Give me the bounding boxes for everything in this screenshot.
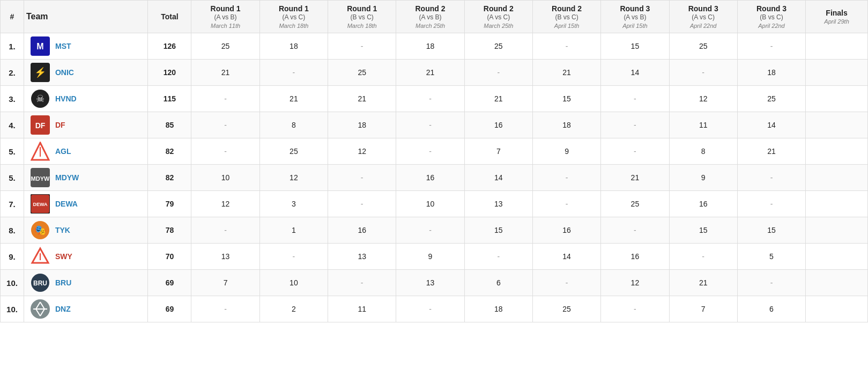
- score-round-7: -: [601, 138, 669, 165]
- team-cell: M MST: [24, 33, 147, 60]
- finals-score: [806, 60, 868, 86]
- team-cell: SWY: [24, 244, 147, 270]
- col-header-rank: #: [1, 1, 24, 33]
- score-round-3: -: [328, 191, 396, 217]
- score-round-1: -: [191, 296, 259, 322]
- score-round-6: 16: [532, 217, 600, 244]
- score-round-4: -: [396, 138, 464, 165]
- standings-table-wrapper: #TeamTotalRound 1 (A vs B) March 11thRou…: [0, 0, 868, 322]
- score-round-8: -: [669, 244, 737, 270]
- score-round-1: 12: [191, 191, 259, 217]
- team-name: MST: [55, 42, 71, 50]
- total-score: 69: [148, 270, 191, 296]
- rank-cell: 10.: [1, 270, 24, 296]
- score-round-6: -: [532, 33, 600, 60]
- finals-score: [806, 86, 868, 112]
- rank-cell: 1.: [1, 33, 24, 60]
- score-round-2: 21: [259, 86, 328, 112]
- total-score: 82: [148, 138, 191, 165]
- svg-text:DEWA: DEWA: [33, 202, 48, 207]
- total-score: 126: [148, 33, 191, 60]
- total-score: 82: [148, 165, 191, 191]
- rank-cell: 5.: [1, 138, 24, 165]
- col-header-finals: Finals April 29th: [806, 1, 868, 33]
- score-round-1: -: [191, 86, 259, 112]
- team-logo: [31, 142, 50, 161]
- table-row: 5. AGL 82-2512-79-821: [1, 138, 868, 165]
- col-header-round-7: Round 3 (A vs B) April 15th: [601, 1, 669, 33]
- score-round-1: 21: [191, 60, 259, 86]
- score-round-4: -: [396, 296, 464, 322]
- score-round-8: 12: [669, 86, 737, 112]
- team-cell: ☠ HVND: [24, 86, 147, 112]
- team-name: TYK: [55, 226, 70, 234]
- team-logo: ⚡: [31, 63, 50, 82]
- score-round-2: -: [259, 244, 328, 270]
- score-round-9: -: [737, 33, 805, 60]
- score-round-7: -: [601, 86, 669, 112]
- team-logo: BRU: [31, 273, 50, 292]
- rank-cell: 2.: [1, 60, 24, 86]
- score-round-7: 15: [601, 33, 669, 60]
- rank-cell: 10.: [1, 296, 24, 322]
- table-row: 2. ⚡ ONIC 12021-2521-2114-18: [1, 60, 868, 86]
- finals-score: [806, 217, 868, 244]
- score-round-7: 21: [601, 165, 669, 191]
- score-round-3: -: [328, 33, 396, 60]
- team-cell: ⚡ ONIC: [24, 60, 147, 86]
- team-logo: M: [31, 36, 50, 56]
- score-round-7: 14: [601, 60, 669, 86]
- total-score: 85: [148, 112, 191, 138]
- total-score: 69: [148, 296, 191, 322]
- team-name: DF: [55, 121, 65, 129]
- col-header-round-9: Round 3 (B vs C) April 22nd: [737, 1, 805, 33]
- col-header-team: Team: [24, 1, 147, 33]
- score-round-1: 25: [191, 33, 259, 60]
- score-round-2: 18: [259, 33, 328, 60]
- score-round-7: -: [601, 296, 669, 322]
- table-row: 7. DEWA DEWA 79123-1013-2516-: [1, 191, 868, 217]
- score-round-6: 25: [532, 296, 600, 322]
- score-round-5: 6: [464, 270, 532, 296]
- score-round-5: 25: [464, 33, 532, 60]
- team-name: DNZ: [55, 305, 71, 313]
- rank-cell: 4.: [1, 112, 24, 138]
- score-round-2: 12: [259, 165, 328, 191]
- finals-score: [806, 191, 868, 217]
- score-round-3: 13: [328, 244, 396, 270]
- total-score: 115: [148, 86, 191, 112]
- rank-cell: 9.: [1, 244, 24, 270]
- score-round-4: 9: [396, 244, 464, 270]
- score-round-3: 12: [328, 138, 396, 165]
- score-round-2: 1: [259, 217, 328, 244]
- team-cell: AGL: [24, 138, 147, 165]
- team-logo: DF: [31, 115, 50, 135]
- rank-cell: 3.: [1, 86, 24, 112]
- score-round-9: 5: [737, 244, 805, 270]
- svg-text:🎭: 🎭: [34, 224, 47, 236]
- team-name: MDYW: [55, 173, 79, 182]
- team-logo: MDYW: [31, 168, 50, 187]
- score-round-2: 8: [259, 112, 328, 138]
- score-round-5: 14: [464, 165, 532, 191]
- team-cell: MDYW MDYW: [24, 165, 147, 191]
- score-round-3: 18: [328, 112, 396, 138]
- svg-text:☠: ☠: [36, 93, 44, 104]
- finals-score: [806, 33, 868, 60]
- score-round-6: 15: [532, 86, 600, 112]
- col-header-round-1: Round 1 (A vs B) March 11th: [191, 1, 259, 33]
- score-round-3: 25: [328, 60, 396, 86]
- col-header-round-6: Round 2 (B vs C) April 15th: [532, 1, 600, 33]
- total-score: 78: [148, 217, 191, 244]
- team-name: SWY: [55, 252, 72, 261]
- svg-text:M: M: [36, 42, 43, 51]
- score-round-1: 13: [191, 244, 259, 270]
- score-round-4: -: [396, 112, 464, 138]
- table-row: 3. ☠ HVND 115-2121-2115-1225: [1, 86, 868, 112]
- team-logo: 🎭: [31, 220, 50, 240]
- col-header-total: Total: [148, 1, 191, 33]
- svg-text:BRU: BRU: [33, 280, 47, 287]
- total-score: 70: [148, 244, 191, 270]
- team-cell: DEWA DEWA: [24, 191, 147, 217]
- team-name: BRU: [55, 278, 71, 287]
